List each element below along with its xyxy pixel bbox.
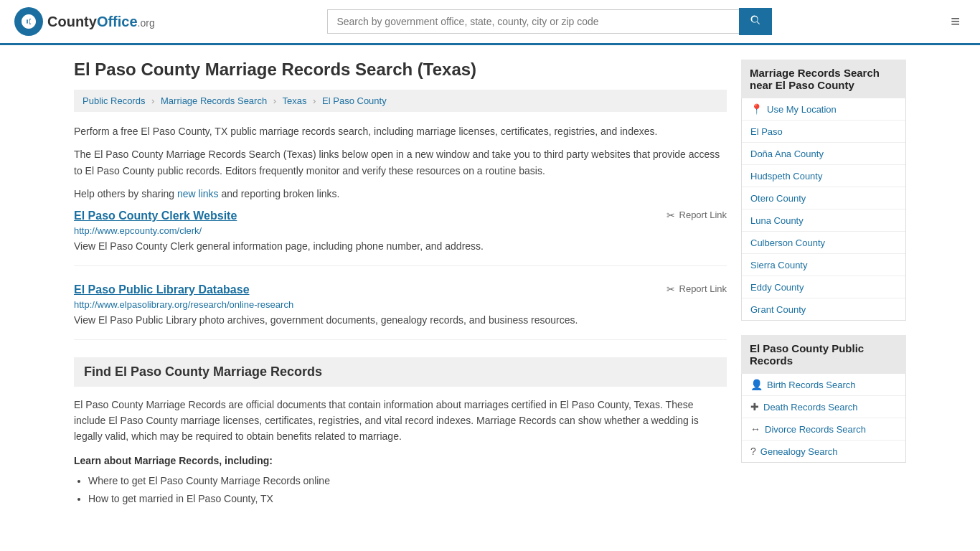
link-desc-1: View El Paso Public Library photo archiv… [74,313,727,328]
sidebar-use-my-location[interactable]: Use My Location [767,104,837,115]
intro-paragraph-1: Perform a free El Paso County, TX public… [74,123,727,139]
link-url-1: http://www.elpasolibrary.org/research/on… [74,299,727,310]
bullet-item-0: Where to get El Paso County Marriage Rec… [88,472,727,490]
sidebar-nearby-item-3[interactable]: Hudspeth County [742,165,905,187]
report-link-label-1: Report Link [679,283,727,294]
learn-bullet-list: Where to get El Paso County Marriage Rec… [74,472,727,508]
sidebar-nearby-list: 📍 Use My Location El Paso Doña Ana Count… [741,98,906,321]
search-button[interactable] [739,8,772,35]
intro3-suffix: and reporting broken links. [219,188,340,199]
search-area [327,8,772,35]
logo-text: CountyOffice.org [47,14,155,30]
breadcrumb-sep-1: › [151,95,154,106]
breadcrumb: Public Records › Marriage Records Search… [74,90,727,112]
breadcrumb-marriage-records[interactable]: Marriage Records Search [161,95,267,106]
person-icon: 👤 [750,379,763,390]
report-icon-1: ✂ [666,283,675,295]
link-url-0: http://www.epcounty.com/clerk/ [74,225,727,236]
content-area: El Paso County Marriage Records Search (… [74,60,727,508]
logo-icon: CO [14,7,43,36]
arrows-icon: ↔ [750,423,760,435]
main-container: El Paso County Marriage Records Search (… [60,45,920,522]
sidebar-records-item-death[interactable]: ✚ Death Records Search [742,396,905,418]
sidebar-nearby-item-9[interactable]: Grant County [742,298,905,320]
sidebar-records-item-genealogy[interactable]: ? Genealogy Search [742,441,905,462]
link-card-header-0: El Paso County Clerk Website ✂ Report Li… [74,209,727,222]
link-card-title-0[interactable]: El Paso County Clerk Website [74,209,237,222]
sidebar-nearby-item-location[interactable]: 📍 Use My Location [742,98,905,121]
sidebar-records-item-birth[interactable]: 👤 Birth Records Search [742,374,905,396]
learn-heading: Learn about Marriage Records, including: [74,455,727,466]
intro3-prefix: Help others by sharing [74,188,177,199]
new-links-link[interactable]: new links [177,188,219,199]
breadcrumb-texas[interactable]: Texas [283,95,307,106]
find-section-body: El Paso County Marriage Records are offi… [74,397,727,445]
breadcrumb-el-paso[interactable]: El Paso County [322,95,387,106]
sidebar-nearby-item-1[interactable]: El Paso [742,121,905,143]
link-card-1: El Paso Public Library Database ✂ Report… [74,283,727,340]
report-link-button-1[interactable]: ✂ Report Link [666,283,727,295]
sidebar-nearby-item-8[interactable]: Eddy County [742,276,905,298]
sidebar-nearby-item-4[interactable]: Otero County [742,187,905,209]
sidebar-records-list: 👤 Birth Records Search ✚ Death Records S… [741,374,906,463]
page-title: El Paso County Marriage Records Search (… [74,60,727,80]
svg-text:CO: CO [24,18,35,26]
sidebar-records-item-divorce[interactable]: ↔ Divorce Records Search [742,418,905,441]
link-desc-0: View El Paso County Clerk general inform… [74,239,727,254]
cross-icon: ✚ [750,401,759,413]
find-section-header: Find El Paso County Marriage Records [74,357,727,387]
sidebar-nearby-item-7[interactable]: Sierra County [742,254,905,276]
intro-paragraph-3: Help others by sharing new links and rep… [74,186,727,202]
sidebar-nearby-section: Marriage Records Search near El Paso Cou… [741,60,906,321]
intro-paragraph-2: The El Paso County Marriage Records Sear… [74,146,727,179]
search-input[interactable] [327,9,739,34]
site-header: CO CountyOffice.org ≡ [0,0,980,45]
bullet-item-1: How to get married in El Paso County, TX [88,490,727,508]
sidebar-records-section: El Paso County Public Records 👤 Birth Re… [741,335,906,463]
link-card-0: El Paso County Clerk Website ✂ Report Li… [74,209,727,266]
menu-button[interactable]: ≡ [945,9,966,34]
genealogy-icon: ? [750,446,756,457]
link-card-title-1[interactable]: El Paso Public Library Database [74,283,250,296]
sidebar-nearby-item-2[interactable]: Doña Ana County [742,143,905,165]
logo-area: CO CountyOffice.org [14,7,155,36]
sidebar-records-title: El Paso County Public Records [741,335,906,374]
sidebar: Marriage Records Search near El Paso Cou… [741,60,906,508]
sidebar-nearby-title: Marriage Records Search near El Paso Cou… [741,60,906,98]
link-card-header-1: El Paso Public Library Database ✂ Report… [74,283,727,296]
location-pin-icon: 📍 [750,103,763,115]
breadcrumb-sep-2: › [273,95,276,106]
report-icon-0: ✂ [666,209,675,221]
sidebar-nearby-item-6[interactable]: Culberson County [742,232,905,254]
report-link-label-0: Report Link [679,209,727,220]
breadcrumb-public-records[interactable]: Public Records [83,95,145,106]
breadcrumb-sep-3: › [313,95,316,106]
sidebar-nearby-item-5[interactable]: Luna County [742,209,905,232]
report-link-button-0[interactable]: ✂ Report Link [666,209,727,221]
